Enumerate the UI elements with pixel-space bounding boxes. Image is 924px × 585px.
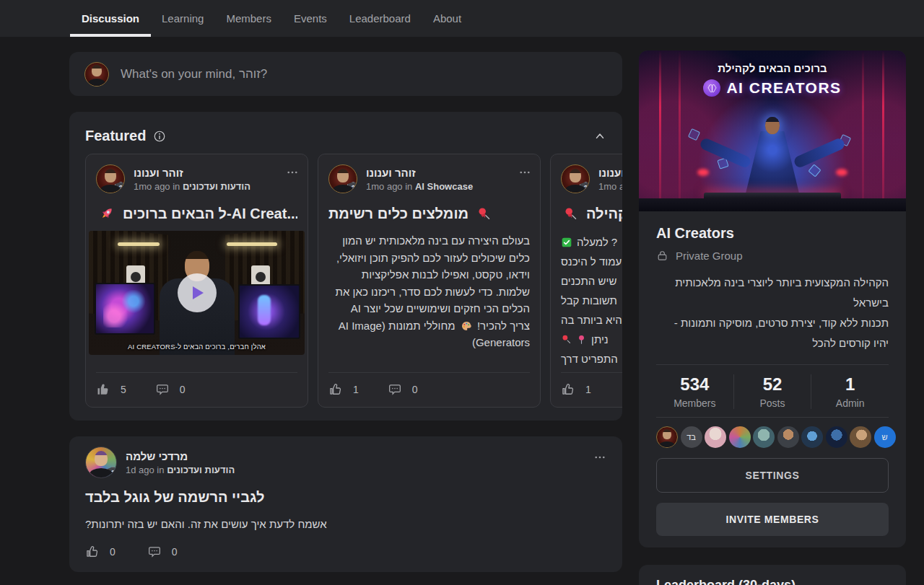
- author-avatar[interactable]: 3: [328, 164, 357, 193]
- group-stats: 534 Members 52 Posts 1 Admin: [656, 364, 889, 418]
- stat-admins: 1 Admin: [811, 374, 889, 409]
- more-options-icon[interactable]: [593, 451, 606, 464]
- featured-cards-row: 3 זוהר וענונו 1mo ago in הודעות ועדכונים: [85, 154, 622, 408]
- featured-card-community[interactable]: 3 זוהר וענונו 1mo ago in קהילה: [550, 154, 622, 408]
- palette-icon: [461, 320, 472, 332]
- like-button[interactable]: 1: [561, 382, 591, 397]
- post-category[interactable]: הודעות ועדכונים: [167, 465, 235, 475]
- banner-figure: [693, 117, 852, 211]
- tab-leaderboard[interactable]: Leaderboard: [349, 0, 411, 37]
- group-name: AI Creators: [656, 225, 889, 242]
- pushpin-icon: [561, 334, 572, 345]
- post-google-signup[interactable]: 1 מרדכי שלמה 1d ago in הודעות ועדכונים ל…: [69, 436, 622, 572]
- card-header: 3 זוהר וענונו 1mo ago in: [561, 164, 622, 193]
- card-header: 3 זוהר וענונו 1mo ago in הודעות ועדכונים: [96, 164, 297, 193]
- tab-learning[interactable]: Learning: [162, 0, 204, 37]
- post-time: 1d ago in: [126, 465, 165, 475]
- card-footer: 1 0: [328, 372, 530, 397]
- like-count: 0: [110, 546, 116, 558]
- level-badge: 3: [115, 182, 125, 193]
- member-avatar[interactable]: בד: [681, 426, 702, 448]
- post-category[interactable]: AI Showcase: [415, 181, 473, 192]
- member-avatar[interactable]: [656, 426, 678, 448]
- comment-button[interactable]: 0: [388, 382, 418, 397]
- author-avatar[interactable]: 1: [85, 447, 117, 478]
- card-title: ברוכים‎ הבאים‎ ל-AI Creat...: [96, 206, 297, 222]
- member-avatar[interactable]: [777, 426, 799, 448]
- comment-count: 0: [172, 546, 178, 558]
- pushpin-icon: [563, 206, 578, 221]
- member-avatar[interactable]: ש: [874, 426, 896, 448]
- like-button[interactable]: 0: [85, 545, 116, 559]
- post-meta: 1mo ago in הודעות ועדכונים: [134, 181, 250, 192]
- group-description: הקהילה המקצועית ביותר ליוצרי בינה מלאכות…: [656, 273, 889, 353]
- post-title: לגביי הרשמה של גוגל בלבד: [85, 489, 606, 506]
- video-thumbnail[interactable]: אהלן חברים, ברוכים הבאים ל-AI CREATORS: [89, 231, 305, 355]
- banner-brand: AI CREATORS: [639, 79, 906, 97]
- info-icon[interactable]: [153, 130, 166, 143]
- member-avatar[interactable]: [705, 426, 726, 448]
- post-body: אשמח לדעת איך עושים את זה. והאם יש בזה י…: [85, 518, 606, 530]
- comment-button[interactable]: 0: [147, 545, 178, 559]
- round-pin-icon: [576, 334, 587, 345]
- member-avatar[interactable]: [729, 426, 751, 448]
- tab-members[interactable]: Members: [226, 0, 271, 37]
- author-avatar[interactable]: 3: [561, 164, 590, 193]
- level-badge: 3: [347, 182, 357, 193]
- tab-discussion[interactable]: Discussion: [82, 0, 139, 37]
- more-options-icon[interactable]: [286, 166, 299, 179]
- featured-card-tools[interactable]: 3 זוהר וענונו 1mo ago in AI Showcase רשי…: [318, 154, 541, 408]
- monitor-screen: [95, 283, 155, 335]
- privacy-label: Private Group: [676, 250, 743, 262]
- card-title: קהילה: [561, 206, 622, 222]
- banner-brand-text: AI CREATORS: [726, 79, 841, 97]
- like-button[interactable]: 1: [328, 382, 359, 397]
- author-avatar[interactable]: 3: [96, 164, 125, 193]
- card-footer: 1: [561, 372, 622, 397]
- featured-title: Featured: [85, 128, 146, 144]
- group-banner[interactable]: ברוכים הבאים לקהילת AI CREATORS: [639, 50, 906, 211]
- collapse-chevron-icon[interactable]: [593, 130, 606, 143]
- like-button[interactable]: 5: [96, 382, 126, 397]
- post-meta: 1mo ago in AI Showcase: [366, 181, 473, 192]
- current-user-avatar: [84, 62, 109, 87]
- play-button[interactable]: [178, 273, 217, 312]
- stat-posts: 52 Posts: [733, 374, 811, 409]
- post-time: 1mo ago in: [366, 181, 412, 192]
- member-avatar[interactable]: [850, 426, 871, 448]
- monitor-screen: [238, 284, 300, 339]
- author-name[interactable]: זוהר וענונו: [598, 167, 622, 179]
- card-body: בעולם היצירה עם בינה מלאכותית יש המון כל…: [328, 232, 530, 351]
- tab-events[interactable]: Events: [294, 0, 327, 37]
- tab-about[interactable]: About: [433, 0, 461, 37]
- composer-prompt: What's on your mind, זוהר?: [121, 67, 267, 82]
- more-options-icon[interactable]: [518, 166, 531, 179]
- post-time: 1mo ago in: [598, 181, 622, 192]
- like-count: 1: [353, 384, 359, 395]
- author-name[interactable]: מרדכי שלמה: [126, 450, 235, 462]
- post-header: 1 מרדכי שלמה 1d ago in הודעות ועדכונים: [85, 447, 606, 478]
- like-count: 5: [121, 384, 126, 395]
- post-composer[interactable]: What's on your mind, זוהר?: [69, 52, 622, 96]
- post-category[interactable]: הודעות ועדכונים: [183, 181, 250, 192]
- leaderboard-card: Leaderboard (30-days): [639, 565, 906, 585]
- member-avatar[interactable]: [753, 426, 775, 448]
- invite-members-button[interactable]: INVITE MEMBERS: [656, 503, 889, 536]
- nav-tabs: Discussion Learning Members Events Leade…: [82, 0, 924, 37]
- privacy-row: Private Group: [656, 250, 889, 262]
- rocket-icon: [98, 206, 115, 222]
- comment-count: 0: [180, 384, 186, 395]
- author-name[interactable]: זוהר וענונו: [134, 167, 250, 179]
- member-avatar[interactable]: [826, 426, 847, 448]
- top-nav: Discussion Learning Members Events Leade…: [0, 0, 924, 37]
- banner-welcome-text: ברוכים הבאים לקהילת: [639, 62, 906, 74]
- featured-card-welcome[interactable]: 3 זוהר וענונו 1mo ago in הודעות ועדכונים: [85, 154, 308, 408]
- settings-button[interactable]: SETTINGS: [656, 458, 889, 493]
- comment-count: 0: [412, 384, 418, 395]
- comment-button[interactable]: 0: [155, 382, 186, 397]
- check-icon: [561, 237, 572, 248]
- group-details: AI Creators Private Group הקהילה המקצועי…: [639, 225, 906, 547]
- member-avatar[interactable]: [801, 426, 823, 448]
- community-page: { "nav": { "tabs": [ {"label": "Discussi…: [0, 0, 924, 585]
- author-name[interactable]: זוהר וענונו: [366, 167, 473, 179]
